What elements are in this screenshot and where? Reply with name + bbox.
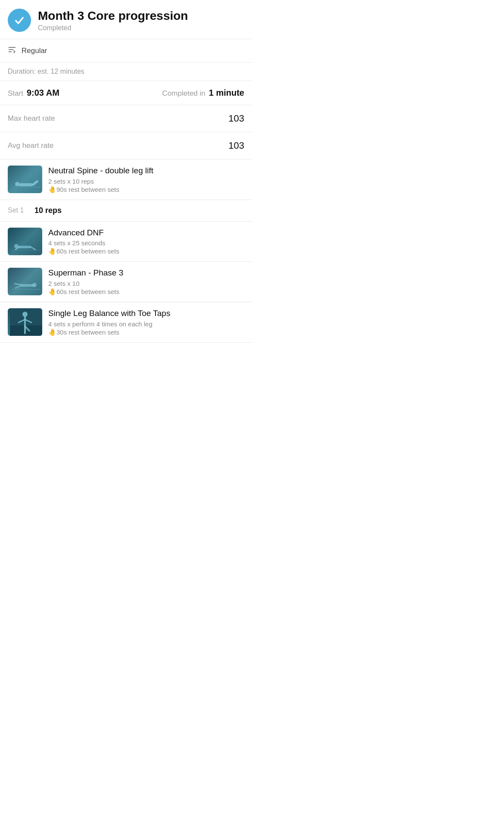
header-text: Month 3 Core progression Completed bbox=[38, 9, 188, 32]
exercise-sets: 2 sets x 10 reps bbox=[48, 178, 244, 185]
avg-heart-rate-label: Avg heart rate bbox=[8, 141, 53, 150]
completed-time: Completed in 1 minute bbox=[162, 88, 244, 98]
set-label: Set 1 bbox=[8, 207, 29, 214]
exercise-thumbnail bbox=[8, 166, 42, 193]
completed-value: 1 minute bbox=[209, 88, 244, 98]
duration-row: Duration: est. 12 minutes bbox=[0, 63, 252, 81]
set-result-row: Set 1 10 reps bbox=[0, 200, 252, 222]
completed-label: Completed in bbox=[162, 89, 205, 98]
svg-rect-15 bbox=[21, 284, 34, 287]
exercise-name: Single Leg Balance with Toe Taps bbox=[48, 309, 170, 318]
exercise-name: Superman - Phase 3 bbox=[48, 268, 123, 277]
svg-line-16 bbox=[15, 284, 22, 285]
exercise-item[interactable]: Advanced DNF 4 sets x 25 seconds 🤚60s re… bbox=[0, 222, 252, 262]
exercise-info: Neutral Spine - double leg lift 2 sets x… bbox=[48, 166, 244, 194]
completion-badge bbox=[8, 9, 31, 32]
workout-status: Completed bbox=[38, 24, 188, 32]
svg-line-17 bbox=[16, 286, 21, 288]
exercise-item[interactable]: Neutral Spine - double leg lift 2 sets x… bbox=[0, 160, 252, 200]
sort-icon bbox=[8, 45, 16, 56]
svg-line-12 bbox=[31, 247, 35, 250]
duration-text: Duration: est. 12 minutes bbox=[8, 68, 84, 75]
exercise-sets: 4 sets x 25 seconds bbox=[48, 239, 244, 247]
exercise-thumbnail bbox=[8, 268, 42, 295]
check-icon bbox=[13, 14, 25, 26]
exercise-info: Single Leg Balance with Toe Taps 4 sets … bbox=[48, 308, 244, 336]
avg-heart-rate-value: 103 bbox=[228, 140, 244, 151]
exercise-sets: 2 sets x 10 bbox=[48, 280, 244, 287]
time-row: Start 9:03 AM Completed in 1 minute bbox=[0, 81, 252, 105]
exercise-info: Superman - Phase 3 2 sets x 10 🤚60s rest… bbox=[48, 268, 244, 296]
svg-rect-10 bbox=[18, 246, 31, 248]
start-time: Start 9:03 AM bbox=[8, 88, 59, 98]
max-heart-rate-label: Max heart rate bbox=[8, 114, 55, 123]
avg-heart-rate-row: Avg heart rate 103 bbox=[0, 132, 252, 160]
exercise-name: Advanced DNF bbox=[48, 228, 104, 237]
set-value: 10 reps bbox=[34, 206, 62, 215]
svg-rect-5 bbox=[19, 183, 33, 186]
workout-header: Month 3 Core progression Completed bbox=[0, 0, 252, 39]
start-value: 9:03 AM bbox=[27, 88, 59, 98]
exercise-rest: 🤚90s rest between sets bbox=[48, 186, 244, 194]
workout-type-row: Regular bbox=[0, 39, 252, 63]
workout-type-label: Regular bbox=[22, 47, 47, 55]
exercise-thumbnail bbox=[8, 308, 42, 336]
max-heart-rate-value: 103 bbox=[228, 113, 244, 124]
exercise-name: Neutral Spine - double leg lift bbox=[48, 166, 153, 175]
exercise-item[interactable]: Single Leg Balance with Toe Taps 4 sets … bbox=[0, 302, 252, 343]
exercise-rest: 🤚30s rest between sets bbox=[48, 329, 244, 336]
workout-title: Month 3 Core progression bbox=[38, 9, 188, 23]
exercise-thumbnail bbox=[8, 228, 42, 255]
max-heart-rate-row: Max heart rate 103 bbox=[0, 105, 252, 132]
exercise-item[interactable]: Superman - Phase 3 2 sets x 10 🤚60s rest… bbox=[0, 262, 252, 302]
start-label: Start bbox=[8, 89, 23, 98]
exercise-rest: 🤚60s rest between sets bbox=[48, 288, 244, 296]
exercise-sets: 4 sets x perform 4 times on each leg bbox=[48, 320, 244, 328]
exercise-info: Advanced DNF 4 sets x 25 seconds 🤚60s re… bbox=[48, 228, 244, 256]
exercise-rest: 🤚60s rest between sets bbox=[48, 247, 244, 255]
svg-point-4 bbox=[15, 182, 19, 186]
